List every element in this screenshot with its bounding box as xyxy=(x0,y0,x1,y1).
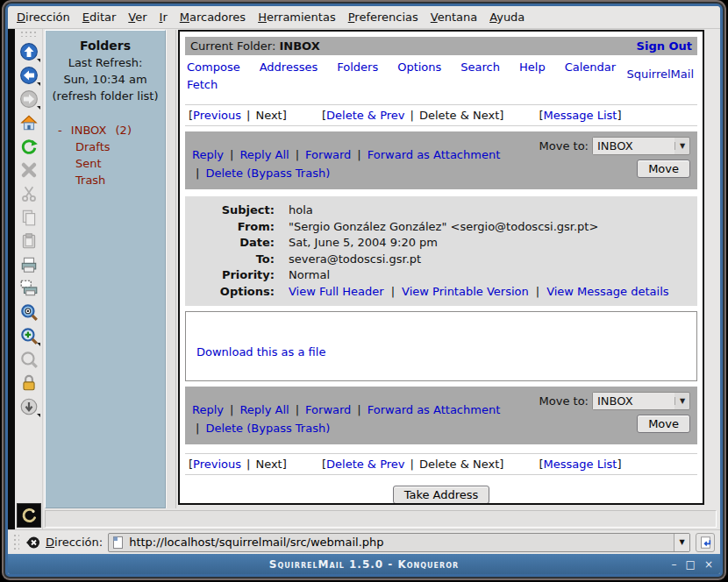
menu-herramientas[interactable]: Herramientas xyxy=(258,11,336,24)
dropdown-caret xyxy=(37,82,40,86)
take-address-button[interactable]: Take Address xyxy=(393,486,490,504)
move-to-select[interactable]: INBOX ▼ xyxy=(592,392,690,410)
bracket: ] xyxy=(617,109,621,122)
print-icon[interactable] xyxy=(17,252,41,276)
stop-icon[interactable] xyxy=(17,158,41,181)
minimize-button[interactable]: – xyxy=(672,559,677,570)
security-icon[interactable] xyxy=(17,371,41,394)
download-file-link[interactable]: Download this as a file xyxy=(196,345,325,358)
cut-icon[interactable] xyxy=(17,181,41,205)
previous-link[interactable]: Previous xyxy=(193,109,241,122)
forward-link[interactable]: Forward xyxy=(305,148,351,161)
menu-ventana[interactable]: Ventana xyxy=(431,11,477,24)
bracket: ] xyxy=(499,458,503,471)
reply-all-link[interactable]: Reply All xyxy=(239,148,289,161)
menu-ver[interactable]: Ver xyxy=(128,11,146,24)
nav-help[interactable]: Help xyxy=(519,59,546,76)
menu-direccion[interactable]: Dirección xyxy=(17,11,70,24)
location-dropdown-icon[interactable]: ▼ xyxy=(674,534,689,551)
folder-trash[interactable]: Trash xyxy=(49,172,161,188)
address-toolbar: Dirección: ▼ xyxy=(8,529,720,554)
nav-addresses[interactable]: Addresses xyxy=(260,59,318,76)
location-label: Dirección: xyxy=(46,536,103,549)
zoom-in-icon[interactable] xyxy=(17,323,41,347)
location-input[interactable] xyxy=(127,534,674,551)
menu-preferencias[interactable]: Preferencias xyxy=(348,11,418,24)
home-icon[interactable] xyxy=(17,110,41,134)
folders-title: Folders xyxy=(49,38,161,54)
forward-attachment-link[interactable]: Forward as Attachment xyxy=(368,403,501,416)
nav-search[interactable]: Search xyxy=(460,59,500,76)
move-button[interactable]: Move xyxy=(637,415,690,433)
refresh-folder-list-link[interactable]: (refresh folder list) xyxy=(49,88,161,104)
pipe: | xyxy=(196,422,199,435)
pipe: | xyxy=(357,403,360,416)
window-title: SquirrelMail 1.5.0 - Konqueror xyxy=(269,558,459,571)
find-icon[interactable] xyxy=(17,300,41,323)
menu-editar[interactable]: Editar xyxy=(82,11,117,24)
menu-marcadores[interactable]: Marcadores xyxy=(180,11,246,24)
print-frame-icon[interactable] xyxy=(17,276,41,300)
chevron-down-icon[interactable]: ▼ xyxy=(674,397,689,405)
up-icon[interactable] xyxy=(17,39,41,63)
folder-inbox[interactable]: - INBOX (2) xyxy=(49,122,161,138)
view-printable-link[interactable]: View Printable Version xyxy=(402,285,529,298)
nav-fetch[interactable]: Fetch xyxy=(187,78,218,91)
view-message-details-link[interactable]: View Message details xyxy=(546,285,668,298)
view-full-header-link[interactable]: View Full Header xyxy=(289,285,384,298)
nav-compose[interactable]: Compose xyxy=(187,59,240,76)
dropdown-caret xyxy=(37,343,40,346)
delete-link[interactable]: Delete xyxy=(205,422,243,435)
maximize-button[interactable]: □ xyxy=(686,559,696,570)
current-folder-bar: Current Folder: INBOX Sign Out xyxy=(185,37,697,55)
forward-icon[interactable] xyxy=(17,87,41,110)
forward-link[interactable]: Forward xyxy=(305,403,351,416)
splitter-handle[interactable] xyxy=(166,30,176,508)
paste-icon[interactable] xyxy=(17,229,41,252)
addressbar-handle[interactable] xyxy=(13,534,19,551)
move-to-select[interactable]: INBOX ▼ xyxy=(592,137,690,155)
folder-sent[interactable]: Sent xyxy=(49,155,161,172)
header-value: Sat, June 5, 2004 9:20 pm xyxy=(289,235,438,252)
clear-location-icon[interactable] xyxy=(25,535,40,550)
down-arrow-icon[interactable] xyxy=(17,394,41,418)
nav-options[interactable]: Options xyxy=(397,59,441,76)
folder-drafts[interactable]: Drafts xyxy=(49,138,161,155)
sign-out-link[interactable]: Sign Out xyxy=(637,39,692,53)
close-button[interactable]: × xyxy=(704,559,713,570)
header-value: hola xyxy=(289,202,313,219)
bypass-trash-link[interactable]: (Bypass Trash) xyxy=(246,167,330,180)
reply-all-link[interactable]: Reply All xyxy=(239,403,289,416)
titlebar[interactable]: SquirrelMail 1.5.0 - Konqueror – □ × xyxy=(8,554,720,574)
zoom-out-icon[interactable] xyxy=(17,347,41,371)
delete-link[interactable]: Delete xyxy=(205,167,243,180)
menu-ayuda[interactable]: Ayuda xyxy=(489,11,525,24)
message-list-link[interactable]: Message List xyxy=(544,109,617,122)
chevron-down-icon[interactable]: ▼ xyxy=(674,142,689,150)
folder-label[interactable]: INBOX xyxy=(71,124,107,137)
delete-prev-link[interactable]: Delete & Prev xyxy=(326,109,404,122)
previous-link[interactable]: Previous xyxy=(193,458,241,471)
reply-link[interactable]: Reply xyxy=(192,403,224,416)
folder-label[interactable]: Sent xyxy=(75,157,102,170)
move-to-value: INBOX xyxy=(593,138,674,154)
back-icon[interactable] xyxy=(17,63,41,87)
copy-icon[interactable] xyxy=(17,205,41,229)
reload-icon[interactable] xyxy=(17,134,41,158)
delete-prev-link[interactable]: Delete & Prev xyxy=(326,458,404,471)
nav-folders[interactable]: Folders xyxy=(337,59,378,76)
go-button[interactable] xyxy=(696,533,715,552)
forward-attachment-link[interactable]: Forward as Attachment xyxy=(368,148,501,161)
nav-calendar[interactable]: Calendar xyxy=(565,59,616,76)
folder-label[interactable]: Trash xyxy=(75,174,105,187)
reply-link[interactable]: Reply xyxy=(192,148,224,161)
bypass-trash-link[interactable]: (Bypass Trash) xyxy=(246,422,330,435)
move-button[interactable]: Move xyxy=(637,160,690,178)
header-value: Normal xyxy=(289,267,330,284)
toolbar-handle[interactable] xyxy=(20,31,38,37)
message-list-link[interactable]: Message List xyxy=(544,458,617,471)
location-combobox[interactable]: ▼ xyxy=(108,533,690,552)
window-frame: Dirección Editar Ver Ir Marcadores Herra… xyxy=(4,2,724,578)
menu-ir[interactable]: Ir xyxy=(160,11,168,24)
folder-label[interactable]: Drafts xyxy=(75,140,111,153)
